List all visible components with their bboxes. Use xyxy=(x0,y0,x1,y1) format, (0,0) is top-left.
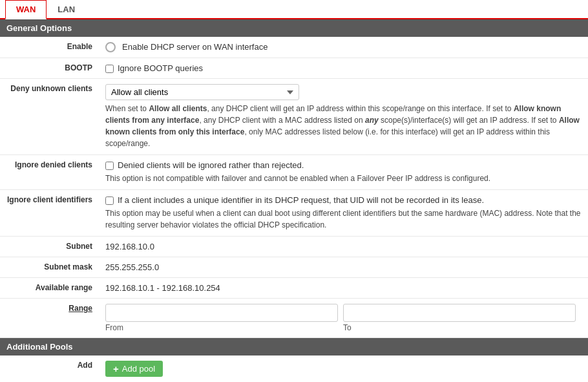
bootp-row: BOOTP Ignore BOOTP queries xyxy=(0,58,588,79)
enable-radio-icon xyxy=(105,42,116,52)
enable-row: Enable Enable DHCP server on WAN interfa… xyxy=(0,37,588,58)
ignore-identifiers-checkbox-label: If a client includes a unique identifier… xyxy=(118,195,484,205)
subnet-mask-value: 255.255.255.0 xyxy=(105,259,159,275)
tab-wan[interactable]: WAN xyxy=(5,0,47,19)
deny-unknown-label: Deny unknown clients xyxy=(0,79,100,155)
range-inputs-container xyxy=(105,304,583,322)
additional-pools-table: Add + Add pool If additional pools of ad… xyxy=(0,355,588,382)
range-row: Range From To xyxy=(0,299,588,338)
deny-unknown-content: Allow all clients Allow known clients fr… xyxy=(100,79,588,155)
ignore-identifiers-content: If a client includes a unique identifier… xyxy=(100,190,588,237)
plus-icon: + xyxy=(113,364,119,374)
add-pool-button-label: Add pool xyxy=(122,364,155,374)
add-pool-row: Add + Add pool If additional pools of ad… xyxy=(0,355,588,382)
ignore-identifiers-description: This option may be useful when a client … xyxy=(105,207,583,231)
available-range-content: 192.168.10.1 - 192.168.10.254 xyxy=(100,278,588,299)
subnet-mask-row: Subnet mask 255.255.255.0 xyxy=(0,257,588,278)
deny-unknown-row: Deny unknown clients Allow all clients A… xyxy=(0,79,588,155)
enable-label: Enable xyxy=(0,37,100,58)
ignore-identifiers-checkbox[interactable] xyxy=(105,196,114,205)
bootp-description: Ignore BOOTP queries xyxy=(118,63,203,73)
range-to-input[interactable] xyxy=(343,304,576,322)
subnet-value: 192.168.10.0 xyxy=(105,239,154,255)
tab-lan[interactable]: LAN xyxy=(47,0,86,19)
available-range-row: Available range 192.168.10.1 - 192.168.1… xyxy=(0,278,588,299)
range-labels-container: From To xyxy=(105,323,583,332)
enable-description: Enable DHCP server on WAN interface xyxy=(122,42,268,52)
bootp-label: BOOTP xyxy=(0,58,100,79)
range-content: From To xyxy=(100,299,588,338)
deny-unknown-description: When set to Allow all clients, any DHCP … xyxy=(105,103,583,149)
subnet-row: Subnet 192.168.10.0 xyxy=(0,237,588,257)
range-from-input[interactable] xyxy=(105,304,338,322)
ignore-denied-checkbox-row: Denied clients will be ignored rather th… xyxy=(105,160,583,170)
additional-pools-header: Additional Pools xyxy=(0,338,588,355)
ignore-denied-row: Ignore denied clients Denied clients wil… xyxy=(0,155,588,190)
tab-bar: WAN LAN xyxy=(0,0,588,19)
deny-unknown-select[interactable]: Allow all clients Allow known clients fr… xyxy=(105,84,299,100)
subnet-mask-label: Subnet mask xyxy=(0,257,100,278)
subnet-mask-content: 255.255.255.0 xyxy=(100,257,588,278)
ignore-denied-checkbox[interactable] xyxy=(105,162,114,170)
bootp-checkbox-row: Ignore BOOTP queries xyxy=(105,63,583,73)
range-label: Range xyxy=(0,299,100,338)
bootp-checkbox[interactable] xyxy=(105,65,114,73)
subnet-content: 192.168.10.0 xyxy=(100,237,588,257)
ignore-denied-checkbox-label: Denied clients will be ignored rather th… xyxy=(118,160,304,170)
subnet-label: Subnet xyxy=(0,237,100,257)
ignore-identifiers-label: Ignore client identifiers xyxy=(0,190,100,237)
ignore-denied-description: This option is not compatible with failo… xyxy=(105,173,583,184)
ignore-denied-content: Denied clients will be ignored rather th… xyxy=(100,155,588,190)
add-pool-button[interactable]: + Add pool xyxy=(105,361,163,377)
add-pool-label: Add xyxy=(0,355,100,382)
add-pool-content: + Add pool If additional pools of addres… xyxy=(100,355,588,382)
range-label-text: Range xyxy=(68,304,92,313)
enable-checkbox-row: Enable DHCP server on WAN interface xyxy=(105,42,583,52)
ignore-denied-label: Ignore denied clients xyxy=(0,155,100,190)
general-options-table: Enable Enable DHCP server on WAN interfa… xyxy=(0,37,588,338)
available-range-label: Available range xyxy=(0,278,100,299)
enable-content: Enable DHCP server on WAN interface xyxy=(100,37,588,58)
range-to-label: To xyxy=(343,323,352,332)
range-from-label: From xyxy=(105,323,343,332)
general-options-header: General Options xyxy=(0,19,588,37)
bootp-content: Ignore BOOTP queries xyxy=(100,58,588,79)
available-range-value: 192.168.10.1 - 192.168.10.254 xyxy=(105,280,220,296)
ignore-identifiers-row: Ignore client identifiers If a client in… xyxy=(0,190,588,237)
ignore-identifiers-checkbox-row: If a client includes a unique identifier… xyxy=(105,195,583,205)
